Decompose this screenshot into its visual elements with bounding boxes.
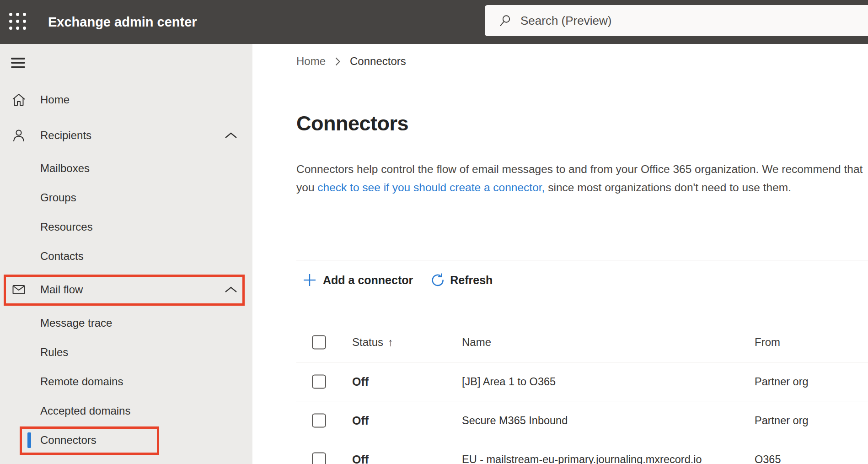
cell-name: EU - mailstream-eu-primary.journaling.mx… <box>462 453 702 464</box>
sidebar-item-resources[interactable]: Resources <box>0 212 252 242</box>
plus-icon <box>302 273 317 287</box>
sidebar-item-label: Recipients <box>40 129 91 142</box>
chevron-right-icon <box>335 57 341 66</box>
description-text: since most organizations don't need to u… <box>545 181 791 194</box>
mail-icon <box>11 282 27 297</box>
chevron-up-icon <box>224 132 238 140</box>
column-header-from[interactable]: From <box>755 336 780 349</box>
table-header-row: Status ↑ Name From <box>296 322 868 362</box>
sidebar-item-groups[interactable]: Groups <box>0 183 252 212</box>
column-header-label: From <box>755 336 780 349</box>
hamburger-menu-icon[interactable] <box>11 58 25 68</box>
column-header-name[interactable]: Name <box>462 336 491 349</box>
cell-from: Partner org <box>755 415 809 427</box>
sidebar-item-remote-domains[interactable]: Remote domains <box>0 367 252 396</box>
cell-name: [JB] Area 1 to O365 <box>462 376 556 388</box>
cell-from: O365 <box>755 453 781 464</box>
sidebar-item-accepted-domains[interactable]: Accepted domains <box>0 396 252 426</box>
table-row[interactable]: Off EU - mailstream-eu-primary.journalin… <box>296 440 868 464</box>
breadcrumb-current: Connectors <box>350 55 406 68</box>
add-connector-button[interactable]: Add a connector <box>302 273 413 287</box>
selected-indicator <box>27 432 31 448</box>
sidebar-item-label: Rules <box>40 346 68 359</box>
sidebar-item-message-trace[interactable]: Message trace <box>0 308 252 338</box>
sidebar-item-label: Contacts <box>40 250 84 263</box>
column-header-label: Name <box>462 336 491 349</box>
connectors-table: Status ↑ Name From Off [JB] Area 1 to O3… <box>296 322 868 464</box>
app-launcher-waffle-icon[interactable] <box>9 13 27 31</box>
toolbar-divider <box>296 260 868 260</box>
sidebar-item-label: Home <box>40 93 70 106</box>
page-title: Connectors <box>296 112 408 135</box>
home-icon <box>11 92 27 108</box>
sidebar-item-mail-flow[interactable]: Mail flow <box>0 275 252 304</box>
sidebar-item-label: Groups <box>40 191 76 204</box>
breadcrumb-home-link[interactable]: Home <box>296 55 326 68</box>
sidebar-item-label: Remote domains <box>40 375 123 388</box>
sidebar-item-label: Mailboxes <box>40 162 90 175</box>
column-header-status[interactable]: Status ↑ <box>352 336 393 349</box>
sidebar-item-label: Mail flow <box>40 283 83 296</box>
sidebar-item-contacts[interactable]: Contacts <box>0 242 252 271</box>
refresh-label: Refresh <box>450 274 493 287</box>
column-header-label: Status <box>352 336 383 349</box>
main-content: Home Connectors Connectors Connectors he… <box>252 44 868 464</box>
sidebar-item-label: Message trace <box>40 317 112 329</box>
topbar: Exchange admin center <box>0 0 868 44</box>
sidebar-item-home[interactable]: Home <box>0 85 252 114</box>
breadcrumb: Home Connectors <box>296 54 406 69</box>
page-description: Connectors help control the flow of emai… <box>296 160 868 197</box>
sidebar: Home Recipients Mailboxes <box>0 44 252 464</box>
app-title: Exchange admin center <box>48 15 197 30</box>
cell-name: Secure M365 Inbound <box>462 415 568 427</box>
select-all-checkbox[interactable] <box>312 335 326 349</box>
chevron-up-icon <box>224 286 238 294</box>
row-checkbox[interactable] <box>312 414 326 428</box>
add-connector-label: Add a connector <box>323 274 413 287</box>
refresh-button[interactable]: Refresh <box>429 272 493 288</box>
sidebar-item-mailboxes[interactable]: Mailboxes <box>0 154 252 183</box>
exchange-admin-center-screen: Exchange admin center <box>0 0 868 464</box>
cell-status: Off <box>352 375 369 388</box>
row-checkbox[interactable] <box>312 453 326 464</box>
sidebar-item-label: Connectors <box>40 434 96 447</box>
sidebar-item-connectors[interactable]: Connectors <box>0 426 252 455</box>
person-icon <box>11 128 27 143</box>
table-row[interactable]: Off Secure M365 Inbound Partner org <box>296 401 868 440</box>
sidebar-item-label: Resources <box>40 221 93 233</box>
search-input[interactable] <box>520 13 868 28</box>
table-row[interactable]: Off [JB] Area 1 to O365 Partner org <box>296 362 868 401</box>
cell-status: Off <box>352 453 369 464</box>
search-box[interactable] <box>485 5 868 36</box>
cell-from: Partner org <box>755 376 809 388</box>
sidebar-item-rules[interactable]: Rules <box>0 338 252 367</box>
sidebar-item-label: Accepted domains <box>40 405 130 417</box>
sidebar-nav: Home Recipients Mailboxes <box>0 85 252 455</box>
cell-status: Off <box>352 414 369 427</box>
refresh-icon <box>429 272 446 288</box>
sort-ascending-icon: ↑ <box>388 336 393 349</box>
sidebar-item-recipients[interactable]: Recipients <box>0 121 252 150</box>
row-checkbox[interactable] <box>312 375 326 389</box>
search-icon <box>498 14 512 27</box>
command-bar: Add a connector Refresh <box>296 267 493 293</box>
create-connector-link[interactable]: check to see if you should create a conn… <box>317 181 545 194</box>
